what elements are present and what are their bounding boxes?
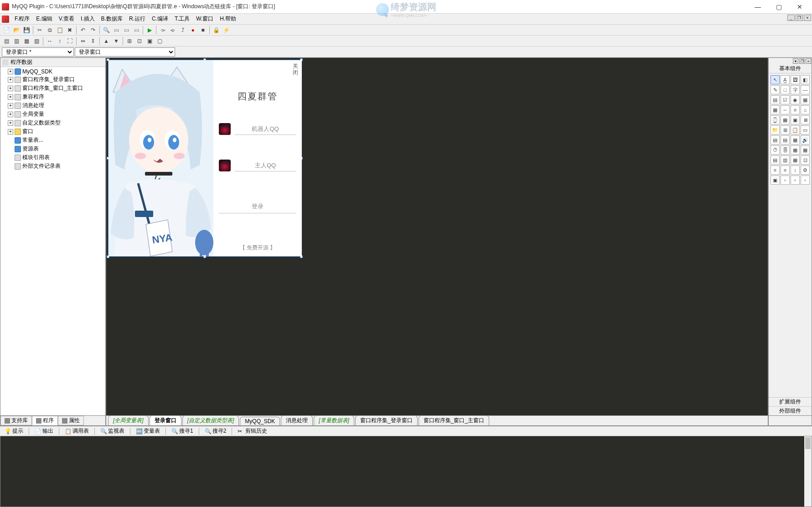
tree-node[interactable]: +窗口程序集_登录窗口 (1, 75, 104, 84)
center-v-icon[interactable]: ⇕ (88, 36, 98, 46)
toolbox-item[interactable]: ⊡ (801, 155, 810, 165)
toolbox-item[interactable]: □ (781, 85, 790, 94)
toolbox-item[interactable]: 🖼 (791, 75, 800, 84)
tree-toggle-icon[interactable]: + (8, 69, 13, 74)
form-login-window[interactable]: NYA 关 闭 四夏群管 机器人QQ 主人 (108, 60, 301, 257)
toolbox-item[interactable]: ▣ (791, 115, 800, 124)
owner-qq-field[interactable]: 主人QQ (234, 160, 296, 171)
toolbox-item[interactable]: ▦ (791, 145, 800, 155)
panel-close-icon[interactable]: × (806, 58, 811, 64)
toolbox-item[interactable]: 📋 (791, 125, 800, 135)
breakpoint-icon[interactable]: ● (188, 26, 197, 35)
toolbox-item[interactable]: ▤ (771, 95, 780, 104)
tab-properties[interactable]: 属性 (58, 416, 84, 425)
editor-tab[interactable]: [全局变量表] (108, 416, 149, 425)
toolbox-item[interactable]: ▤ (771, 135, 780, 145)
editor-tab[interactable]: 登录窗口 (150, 416, 181, 425)
toolbox-item[interactable]: ◉ (791, 95, 800, 104)
bring-front-icon[interactable]: ▲ (102, 36, 111, 46)
lock-icon[interactable]: 🔒 (212, 26, 221, 35)
toolbox-item[interactable]: ◧ (801, 75, 810, 84)
output-tab[interactable]: 🔤变量表 (133, 426, 163, 436)
redo-icon[interactable]: ↷ (88, 26, 98, 35)
toolbox-item[interactable]: ▦ (791, 155, 800, 165)
tab-support-lib[interactable]: 支持库 (0, 416, 32, 425)
toolbox-item[interactable]: — (801, 85, 810, 94)
window1-icon[interactable]: ▭ (112, 26, 121, 35)
cut-icon[interactable]: ✂ (35, 26, 44, 35)
menu-view[interactable]: V.查看 (56, 14, 77, 24)
tree-toggle-icon[interactable]: + (8, 103, 13, 109)
toolbox-item[interactable]: ☑ (781, 95, 790, 104)
toolbox-item[interactable]: 字 (791, 85, 800, 94)
menu-insert[interactable]: I.插入 (78, 14, 98, 24)
mdi-restore[interactable]: ❐ (796, 15, 803, 21)
new-icon[interactable]: 📄 (2, 26, 11, 35)
toolbox-tab-external[interactable]: 外部组件 (769, 406, 812, 415)
output-tab[interactable]: 🔍搜寻2 (202, 426, 229, 436)
output-scrollbar[interactable] (804, 436, 812, 507)
output-tab[interactable]: 🔍搜寻1 (169, 426, 196, 436)
window2-icon[interactable]: ▭ (122, 26, 131, 35)
wizard-icon[interactable]: ⚡ (222, 26, 231, 35)
panel-dock-icon[interactable]: ❐ (799, 58, 805, 64)
tree-node[interactable]: 常量表... (1, 136, 104, 145)
toolbox-item[interactable]: ≡ (791, 105, 800, 114)
save-icon[interactable]: 💾 (22, 26, 31, 35)
output-tab[interactable]: 📄输出 (32, 426, 56, 436)
project-tree[interactable]: +MyQQ_SDK+窗口程序集_登录窗口+窗口程序集_窗口_主窗口+兼容程序+消… (0, 67, 105, 415)
tree-node[interactable]: 资源表 (1, 145, 104, 153)
window3-icon[interactable]: ▭ (132, 26, 141, 35)
tree-toggle-icon[interactable]: + (8, 120, 13, 126)
stop-icon[interactable]: ■ (198, 26, 207, 35)
maximize-button[interactable]: ▢ (768, 0, 789, 14)
delete-icon[interactable]: ✖ (65, 26, 74, 35)
copy-icon[interactable]: ⧉ (45, 26, 54, 35)
align-top-icon[interactable]: ▦ (22, 36, 31, 46)
tree-node[interactable]: +MyQQ_SDK (1, 68, 104, 75)
design-surface[interactable]: NYA 关 闭 四夏群管 机器人QQ 主人 (106, 58, 768, 415)
editor-tab[interactable]: 窗口程序集_窗口_主窗口 (419, 416, 489, 425)
tree-toggle-icon[interactable]: + (8, 86, 13, 91)
close-button[interactable]: ✕ (789, 0, 810, 14)
step-out-icon[interactable]: ⤴ (178, 26, 187, 35)
center-h-icon[interactable]: ⇔ (78, 36, 88, 46)
editor-tab[interactable]: MyQQ_SDK (240, 417, 280, 425)
step-into-icon[interactable]: ⤽ (168, 26, 177, 35)
output-tab[interactable]: 💡提示 (2, 426, 26, 436)
align-right-icon[interactable]: ▥ (12, 36, 21, 46)
toolbox-item[interactable]: ▫ (781, 176, 790, 185)
editor-tab[interactable]: [自定义数据类型表] (182, 416, 239, 425)
grid-icon[interactable]: ⊞ (125, 36, 134, 46)
minimize-button[interactable]: — (747, 0, 768, 14)
toolbox-item[interactable]: ↖ (771, 75, 780, 84)
tree-node[interactable]: +窗口 (1, 127, 104, 136)
panel-min-icon[interactable]: ▾ (793, 58, 798, 64)
menu-database[interactable]: B.数据库 (98, 14, 125, 24)
tree-node[interactable]: +窗口程序集_窗口_主窗口 (1, 84, 104, 93)
front-icon[interactable]: ▣ (145, 36, 154, 46)
step-over-icon[interactable]: ⤼ (158, 26, 167, 35)
mdi-minimize[interactable]: _ (787, 15, 795, 21)
run-icon[interactable]: ▶ (145, 26, 154, 35)
back-icon[interactable]: ▢ (155, 36, 164, 46)
output-tab[interactable]: 📋调用表 (62, 426, 92, 436)
toolbox-item[interactable]: ▤ (771, 155, 780, 165)
toolbox-item[interactable]: ↔ (781, 105, 790, 114)
tree-toggle-icon[interactable]: + (8, 112, 13, 117)
form-close-label[interactable]: 关 闭 (293, 63, 299, 76)
align-left-icon[interactable]: ▤ (2, 36, 11, 46)
tree-node[interactable]: +自定义数据类型 (1, 119, 104, 127)
toolbox-item[interactable]: ▦ (781, 115, 790, 124)
toolbox-item[interactable]: ⏱ (771, 145, 780, 155)
tree-node[interactable]: +消息处理 (1, 101, 104, 110)
toolbox-item[interactable]: ✎ (771, 85, 780, 94)
toolbox-item[interactable]: ▭ (801, 125, 810, 135)
login-button[interactable]: 登录 (219, 200, 296, 213)
same-height-icon[interactable]: ↕ (55, 36, 64, 46)
menu-window[interactable]: W.窗口 (193, 14, 216, 24)
menu-tools[interactable]: T.工具 (172, 14, 192, 24)
toolbox-item[interactable]: A̲ (781, 75, 790, 84)
toolbox-item[interactable]: ≡ (781, 166, 790, 175)
same-width-icon[interactable]: ↔ (45, 36, 54, 46)
